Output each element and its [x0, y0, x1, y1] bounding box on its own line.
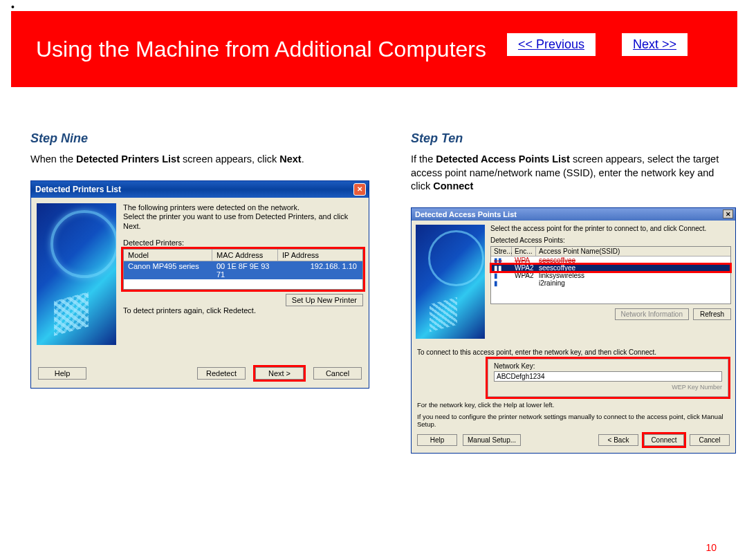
text: .: [302, 153, 304, 165]
table-row[interactable]: ▮▮WPAseescoffyee: [491, 256, 730, 264]
cell-ssid: i2raining: [536, 279, 730, 287]
network-key-input[interactable]: [494, 371, 722, 382]
table-row[interactable]: Canon MP495 series 00 1E 8F 9E 93 71 192…: [124, 261, 362, 279]
back-button[interactable]: < Back: [598, 434, 638, 446]
text-bold: Connect: [433, 180, 473, 192]
detected-printers-table[interactable]: Model MAC Address IP Address Canon MP495…: [123, 249, 363, 290]
signal-icon: ▮: [491, 279, 512, 287]
cancel-button[interactable]: Cancel: [313, 367, 362, 380]
cell-encryption: WPA2: [512, 272, 536, 279]
network-key-label: Network Key:: [494, 362, 722, 370]
text-bold: Next: [279, 153, 301, 165]
close-icon[interactable]: ✕: [353, 183, 366, 196]
page-title: Using the Machine from Additional Comput…: [36, 37, 486, 62]
dialog-titlebar: Detected Access Points List ✕: [412, 208, 735, 221]
dialog-titlebar: Detected Printers List ✕: [31, 181, 369, 198]
access-points-table[interactable]: Stre... Enc... Access Point Name(SSID) ▮…: [490, 246, 731, 304]
wizard-sidebar-image: [37, 203, 116, 345]
text: screen appears, click: [180, 153, 279, 165]
help-button[interactable]: Help: [38, 367, 86, 380]
dialog-instructions: The following printers were detected on …: [123, 203, 363, 232]
dialog-title: Detected Printers List: [35, 185, 121, 194]
table-row[interactable]: ▮WPA2linksyswireless: [491, 272, 730, 279]
next-button[interactable]: Next >: [255, 367, 304, 380]
network-key-group: Network Key: WEP Key Number: [488, 359, 728, 397]
cell-ssid: linksyswireless: [536, 272, 730, 279]
cell-encryption: WPA: [512, 256, 536, 264]
table-blank: [491, 287, 730, 304]
text-bold: Detected Access Points List: [436, 153, 570, 165]
list-label: Detected Access Points:: [490, 236, 731, 244]
network-info-button[interactable]: Network Information: [615, 308, 689, 320]
signal-icon: ▮▮: [491, 256, 512, 264]
text: When the: [30, 153, 76, 165]
dialog-instructions: Select the access point for the printer …: [490, 225, 731, 232]
col-mac: MAC Address: [212, 250, 278, 261]
step-nine-column: Step Nine When the Detected Printers Lis…: [30, 131, 369, 532]
signal-icon: ▮▮: [491, 264, 512, 272]
redetect-button[interactable]: Redetect: [197, 367, 246, 380]
step-ten-desc: If the Detected Access Points List scree…: [411, 153, 736, 194]
connect-instructions: To connect to this access point, enter t…: [412, 348, 735, 356]
redetect-note: To detect printers again, click Redetect…: [123, 306, 363, 315]
detected-access-points-dialog: Detected Access Points List ✕ Select the…: [411, 207, 736, 454]
cell-ssid: seescoffyee: [536, 256, 730, 264]
col-ssid: Access Point Name(SSID): [536, 247, 730, 256]
text: If the: [411, 153, 436, 165]
cell-encryption: [512, 279, 536, 287]
wizard-sidebar-image: [416, 225, 485, 339]
table-row[interactable]: ▮▮WPA2seescoffyee: [491, 264, 730, 272]
setup-new-printer-button[interactable]: Set Up New Printer: [286, 294, 363, 306]
text-bold: Detected Printers List: [76, 153, 180, 165]
table-row[interactable]: ▮i2raining: [491, 279, 730, 287]
help-button[interactable]: Help: [417, 434, 457, 446]
previous-link[interactable]: << Previous: [507, 33, 596, 56]
help-note-1: For the network key, click the Help at l…: [412, 401, 735, 409]
cell-model: Canon MP495 series: [124, 261, 212, 279]
step-nine-heading: Step Nine: [30, 131, 369, 146]
close-icon[interactable]: ✕: [723, 209, 733, 218]
manual-setup-button[interactable]: Manual Setup...: [463, 434, 521, 446]
refresh-button[interactable]: Refresh: [693, 308, 731, 320]
cancel-button[interactable]: Cancel: [690, 434, 730, 446]
page-number: 10: [706, 542, 717, 553]
list-label: Detected Printers:: [123, 239, 363, 247]
step-ten-column: Step Ten If the Detected Access Points L…: [411, 131, 736, 532]
cell-ip: 192.168. 1.10: [278, 261, 362, 279]
step-ten-heading: Step Ten: [411, 131, 736, 146]
help-note-2: If you need to configure the printer net…: [412, 413, 735, 429]
content-area: Step Nine When the Detected Printers Lis…: [30, 131, 717, 532]
signal-icon: ▮: [491, 272, 512, 279]
wep-key-label: WEP Key Number: [494, 384, 722, 391]
next-link[interactable]: Next >>: [622, 33, 688, 56]
cell-mac: 00 1E 8F 9E 93 71: [212, 261, 278, 279]
col-model: Model: [124, 250, 212, 261]
header-banner: Using the Machine from Additional Comput…: [11, 11, 737, 87]
cell-encryption: WPA2: [512, 264, 536, 272]
connect-button[interactable]: Connect: [644, 434, 684, 446]
step-nine-desc: When the Detected Printers List screen a…: [30, 153, 369, 167]
col-strength: Stre...: [491, 247, 512, 256]
dialog-title: Detected Access Points List: [415, 210, 517, 218]
col-encryption: Enc...: [512, 247, 536, 256]
cell-ssid: seescoffyee: [536, 264, 730, 272]
table-blank: [124, 279, 362, 289]
detected-printers-dialog: Detected Printers List ✕ The following p…: [30, 180, 369, 389]
col-ip: IP Address: [278, 250, 362, 261]
